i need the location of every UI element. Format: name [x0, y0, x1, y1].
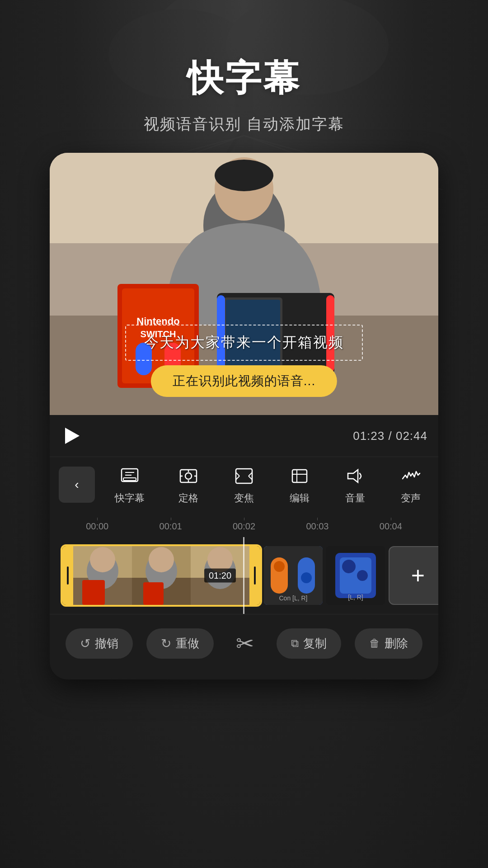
next-clip-1: Con [L, R] [264, 546, 323, 605]
svg-point-37 [185, 473, 192, 479]
ruler-tick-3: 00:03 [281, 521, 354, 532]
toolbar-item-bianjiao[interactable]: 变焦 [227, 464, 261, 505]
copy-button[interactable]: ⧉ 复制 [277, 628, 341, 659]
svg-rect-42 [236, 469, 252, 483]
copy-label: 复制 [303, 636, 327, 651]
main-content: 快字幕 视频语音识别 自动添加字幕 [0, 0, 488, 868]
ruler-tick-1: 00:01 [134, 521, 207, 532]
bianshen-label: 变声 [401, 491, 421, 505]
svg-point-75 [342, 560, 356, 573]
svg-point-76 [357, 570, 368, 581]
play-icon [65, 428, 80, 444]
svg-rect-61 [143, 582, 164, 605]
selected-clip[interactable]: 01:20 [61, 544, 262, 607]
processing-badge: 正在识别此视频的语音... [151, 365, 337, 397]
dinge-icon [177, 464, 200, 488]
clip-frame-3: 01:20 [191, 546, 249, 605]
subtitle-overlay-box: 今天为大家带来一个开箱视频 [125, 325, 363, 361]
clip-handle-right[interactable] [249, 546, 260, 605]
clip-time-badge: 01:20 [204, 569, 236, 583]
toolbar-item-bianji[interactable]: 编辑 [282, 464, 317, 505]
processing-text: 正在识别此视频的语音... [173, 374, 315, 388]
svg-point-60 [149, 547, 174, 572]
clip-frame-2 [132, 546, 191, 605]
svg-text:[L, R]: [L, R] [348, 594, 363, 601]
scissors-icon: ✂ [236, 631, 254, 656]
toolbar-item-bianshen[interactable]: 变声 [394, 464, 428, 505]
bianji-label: 编辑 [290, 491, 310, 505]
toolbar-item-yinliang[interactable]: 音量 [338, 464, 372, 505]
dinge-label: 定格 [178, 491, 198, 505]
clip-handle-bar-left [67, 566, 69, 585]
playback-controls: 01:23 / 02:44 [50, 415, 438, 457]
add-clip-button[interactable]: + [389, 546, 438, 605]
header-section: 快字幕 视频语音识别 自动添加字幕 [144, 0, 344, 135]
phone-mockup: Nintendo SWITCH 今天为 [50, 153, 438, 679]
scissors-button[interactable]: ✂ [227, 625, 263, 661]
video-subtitle-text: 今天为大家带来一个开箱视频 [144, 334, 344, 350]
clip-frame-1 [73, 546, 132, 605]
timeline-area: 00:00 00:01 00:02 00:03 00:04 [50, 516, 438, 614]
clips-container[interactable]: 01:20 [50, 537, 438, 614]
ruler-tick-0: 00:00 [61, 521, 134, 532]
svg-point-68 [274, 561, 285, 572]
kuzimu-icon [118, 464, 141, 488]
yinliang-label: 音量 [345, 491, 365, 505]
ruler-tick-2: 00:02 [207, 521, 281, 532]
toolbar-back-button[interactable]: ‹ [59, 467, 95, 503]
undo-label: 撤销 [95, 636, 118, 651]
delete-button[interactable]: 🗑 删除 [355, 628, 422, 659]
undo-icon: ↺ [80, 636, 90, 651]
toolbar-items: 快字幕 定格 [99, 464, 438, 505]
bottom-toolbar: ↺ 撤销 ↻ 重做 ✂ ⧉ 复制 🗑 删除 [50, 614, 438, 679]
toolbar-item-dinge[interactable]: 定格 [171, 464, 206, 505]
svg-point-70 [301, 572, 312, 583]
joycon-clip-frame: Con [L, R] [264, 546, 323, 605]
bianshen-icon [399, 464, 422, 488]
delete-icon: 🗑 [369, 637, 380, 650]
svg-point-17 [215, 160, 273, 191]
next-clip-2: [L, R] [326, 546, 385, 605]
clip-handle-left[interactable] [62, 546, 73, 605]
time-display: 01:23 / 02:44 [353, 429, 427, 443]
undo-button[interactable]: ↺ 撤销 [66, 628, 133, 659]
ruler-tick-4: 00:04 [354, 521, 427, 532]
page-subtitle: 视频语音识别 自动添加字幕 [144, 114, 344, 135]
clip-handle-bar-right [254, 566, 256, 585]
clip-frames: 01:20 [73, 546, 249, 605]
svg-marker-50 [348, 470, 358, 482]
bianjiao-label: 变焦 [234, 491, 254, 505]
svg-rect-56 [82, 580, 105, 605]
bianjiao-icon [232, 464, 256, 488]
video-preview: Nintendo SWITCH 今天为 [50, 153, 438, 415]
editing-toolbar: ‹ 快字幕 [50, 457, 438, 516]
timeline-ruler: 00:00 00:01 00:02 00:03 00:04 [50, 516, 438, 537]
play-button[interactable] [61, 424, 84, 448]
svg-rect-47 [292, 470, 307, 482]
copy-icon: ⧉ [291, 637, 299, 650]
svg-point-55 [90, 547, 115, 572]
clips-wrapper: 01:20 [50, 537, 438, 614]
page-title: 快字幕 [144, 54, 344, 103]
yinliang-icon [343, 464, 367, 488]
bianji-icon [288, 464, 311, 488]
redo-label: 重做 [176, 636, 199, 651]
redo-button[interactable]: ↻ 重做 [146, 628, 214, 659]
redo-icon: ↻ [161, 636, 171, 651]
delete-label: 删除 [385, 636, 408, 651]
add-icon: + [411, 564, 425, 587]
svg-rect-33 [123, 478, 136, 481]
svg-text:Con [L, R]: Con [L, R] [279, 594, 307, 602]
back-arrow-icon: ‹ [75, 477, 79, 492]
toolbar-item-kuzimu[interactable]: 快字幕 [109, 464, 150, 505]
kuzimu-label: 快字幕 [115, 491, 145, 505]
